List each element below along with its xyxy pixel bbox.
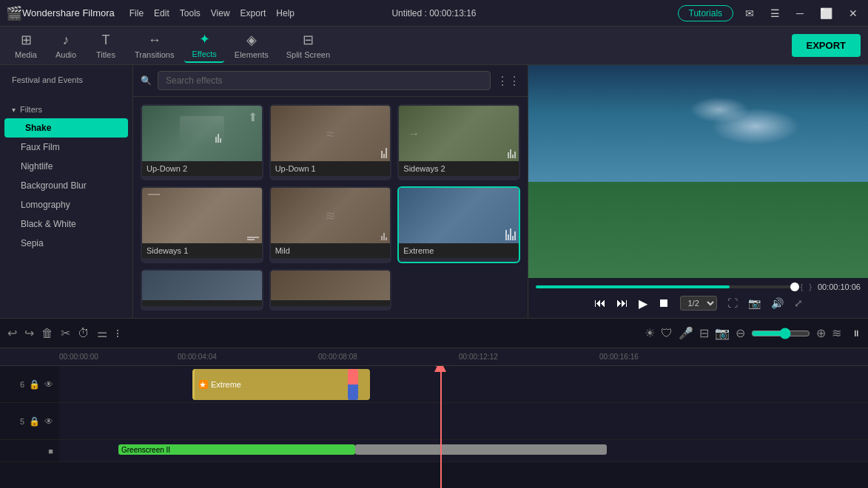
effect-label-updown2: Up-Down 2: [142, 161, 262, 176]
track-lock-5[interactable]: 🔒: [29, 416, 40, 427]
track-eye-5[interactable]: 👁: [44, 416, 53, 427]
waveform-icon[interactable]: ≋: [832, 326, 841, 340]
redo-icon[interactable]: ↪: [24, 326, 34, 340]
track-controls-5: 5 🔒 👁: [0, 416, 59, 427]
snap-icon[interactable]: ⏸: [852, 328, 861, 339]
menu-icon[interactable]: ☰: [766, 6, 784, 21]
blackwhite-label: Black & White: [21, 219, 76, 229]
toolbar-transitions[interactable]: ↔ Transitions: [127, 30, 181, 62]
export-button[interactable]: EXPORT: [792, 34, 861, 57]
shield-icon[interactable]: 🛡: [661, 327, 673, 340]
sidebar-festival-events[interactable]: Festival and Events: [0, 71, 132, 89]
sun-icon[interactable]: ☀: [645, 326, 655, 340]
plus-circle-icon[interactable]: ⊕: [816, 326, 826, 340]
nightlife-label: Nightlife: [21, 161, 53, 172]
effect-card-updown1[interactable]: ≈ Up-Down 1: [269, 104, 392, 180]
sidebar-item-sepia[interactable]: Sepia: [0, 234, 132, 253]
speed-select[interactable]: 1/2 1/1 2x: [680, 296, 717, 311]
toolbar-audio[interactable]: ♪ Audio: [47, 30, 84, 62]
progress-bar[interactable]: [536, 285, 795, 288]
notifications-icon[interactable]: ✉: [741, 6, 758, 21]
delete-icon[interactable]: 🗑: [41, 327, 53, 340]
bracket-start: {: [801, 282, 804, 291]
effect-card-mild[interactable]: ≋ Mild: [269, 186, 392, 262]
sidebar-item-shake[interactable]: Shake: [4, 118, 128, 138]
track-lock-6[interactable]: 🔒: [29, 379, 40, 390]
effect-card-sideways2[interactable]: → Sideways 2: [397, 104, 520, 180]
track-row-6: 6 🔒 👁 ★ Extreme: [0, 366, 868, 403]
track-row-5: 5 🔒 👁: [0, 403, 868, 440]
preview-panel: { } 00:00:10:06 ⏮ ⏭ ▶ ⏹ 1/2 1/1 2x ⛶ 📷 🔊…: [528, 65, 868, 318]
minimize-icon[interactable]: ─: [792, 6, 808, 21]
effect-card-extreme[interactable]: Extreme: [397, 186, 520, 262]
menu-help[interactable]: Help: [276, 8, 295, 18]
preview-video: [528, 65, 868, 278]
play-button[interactable]: ▶: [639, 296, 647, 311]
filters-label: Filters: [20, 105, 42, 114]
toolbar-media-label: Media: [15, 50, 37, 59]
cut-icon[interactable]: ✂: [61, 326, 70, 340]
clip-greenscreen[interactable]: Greenscreen II: [118, 444, 355, 455]
toolbar-effects[interactable]: ✦ Effects: [184, 28, 223, 63]
fauxfilm-label: Faux Film: [21, 142, 60, 152]
voiceover-icon[interactable]: ⊟: [699, 326, 709, 340]
snapshot-icon[interactable]: 📷: [748, 297, 761, 309]
undo-icon[interactable]: ↩: [7, 326, 17, 340]
audio-icon: ♪: [63, 33, 70, 48]
menu-edit[interactable]: Edit: [154, 8, 169, 18]
sidebar-item-nightlife[interactable]: Nightlife: [0, 157, 132, 176]
search-input[interactable]: [158, 71, 491, 90]
maximize-icon[interactable]: ⬜: [815, 6, 837, 21]
clip-extreme[interactable]: ★ Extreme: [192, 369, 370, 400]
menu-file[interactable]: File: [129, 8, 144, 18]
toolbar-elements[interactable]: ◈ Elements: [227, 29, 276, 62]
minus-circle-icon[interactable]: ⊖: [736, 326, 745, 340]
menu-view[interactable]: View: [211, 8, 230, 18]
effect-card-sideways1[interactable]: Sideways 1: [141, 186, 263, 262]
toolbar-audio-label: Audio: [55, 50, 76, 59]
volume-icon[interactable]: 🔊: [771, 297, 784, 309]
grid-view-icon[interactable]: ⋮⋮: [497, 74, 520, 88]
toolbar-splitscreen[interactable]: ⊟ Split Screen: [279, 29, 337, 62]
ripple-icon[interactable]: ⫶: [115, 327, 121, 340]
mic-icon[interactable]: 🎤: [679, 326, 693, 340]
toolbar-effects-label: Effects: [192, 50, 216, 58]
sidebar-filters-title[interactable]: ▾ Filters: [0, 101, 132, 118]
zoom-slider[interactable]: [751, 328, 810, 339]
timeline-tracks: ✂ 6 🔒 👁 ★ Extreme 5 🔒 👁: [0, 366, 868, 488]
stop-button[interactable]: ⏹: [658, 296, 670, 310]
clip-marker-icon: ★: [199, 380, 208, 389]
sidebar-item-blackwhite[interactable]: Black & White: [0, 214, 132, 234]
split-icon[interactable]: ⚌: [97, 326, 107, 340]
effect-card-updown2[interactable]: ⬆ Up-Down 2: [141, 104, 263, 180]
timeline-ruler: 00:00:00:00 00:00:04:04 00:00:08:08 00:0…: [0, 348, 868, 366]
clip-effect-stack[interactable]: [348, 369, 358, 400]
pip-icon[interactable]: ⤢: [794, 297, 803, 309]
toolbar-titles-label: Titles: [96, 50, 115, 59]
frame-back-button[interactable]: ⏭: [616, 296, 628, 310]
effect-card-more1[interactable]: [141, 269, 263, 311]
fullscreen-icon[interactable]: ⛶: [727, 297, 738, 309]
toolbar-media[interactable]: ⊞ Media: [7, 29, 44, 62]
zoom-control: [751, 328, 810, 339]
toolbar-titles[interactable]: T Titles: [87, 30, 124, 62]
effects-icon: ✦: [199, 31, 210, 47]
close-icon[interactable]: ✕: [844, 6, 862, 21]
menu-tools[interactable]: Tools: [180, 8, 201, 18]
track-eye-6[interactable]: 👁: [44, 379, 53, 390]
greenscreen-label: Greenscreen II: [121, 446, 170, 454]
menu-export[interactable]: Export: [240, 8, 266, 18]
sidebar-item-lomography[interactable]: Lomography: [0, 195, 132, 214]
bracket-end: }: [809, 282, 812, 291]
ruler-mark-0: 00:00:00:00: [59, 353, 98, 361]
tutorials-button[interactable]: Tutorials: [678, 5, 734, 21]
ruler-mark-4: 00:00:16:16: [599, 353, 639, 361]
duration-icon[interactable]: ⏱: [78, 327, 90, 340]
sidebar-item-fauxfilm[interactable]: Faux Film: [0, 138, 132, 157]
shake-label: Shake: [25, 123, 51, 133]
toolbar-splitscreen-label: Split Screen: [286, 50, 330, 59]
sidebar-item-backgroundblur[interactable]: Background Blur: [0, 176, 132, 195]
skip-back-button[interactable]: ⏮: [594, 296, 606, 310]
camera-icon[interactable]: 📷: [715, 326, 730, 340]
effect-card-more2[interactable]: [269, 269, 392, 311]
